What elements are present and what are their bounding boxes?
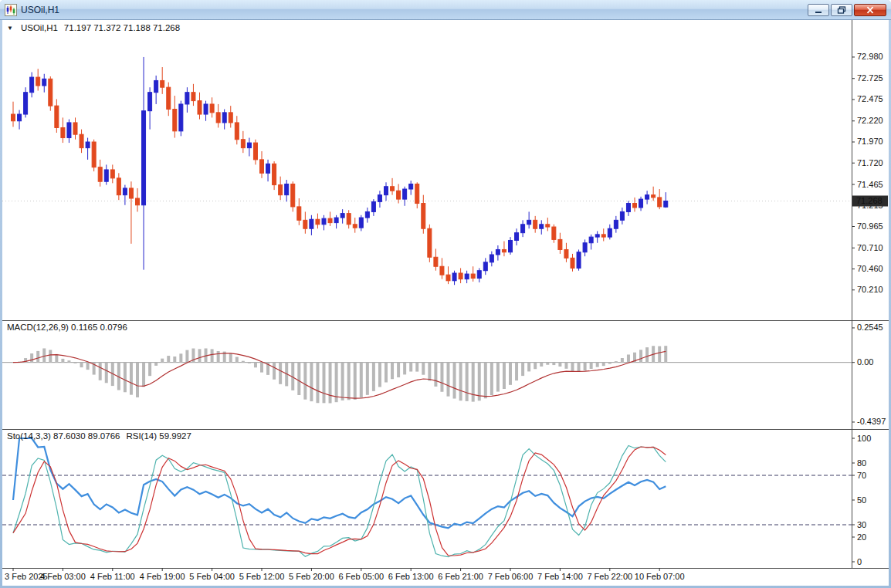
macd-axis-label: -0.4397 xyxy=(857,417,886,426)
chart-area[interactable]: 72.98072.72572.47572.22071.97071.72071.4… xyxy=(2,20,889,586)
candlestick xyxy=(564,249,568,258)
candlestick xyxy=(465,274,469,279)
candlestick xyxy=(589,237,593,243)
time-axis-label: 7 Feb 06:00 xyxy=(488,572,534,581)
stochastic-main-line xyxy=(13,446,666,557)
candlestick xyxy=(515,233,519,241)
price-axis[interactable]: 72.98072.72572.47572.22071.97071.72071.4… xyxy=(852,52,883,294)
time-axis-label: 5 Feb 20:00 xyxy=(289,572,334,581)
macd-axis-label: 0.2545 xyxy=(857,323,883,332)
sto-axis-label: 50 xyxy=(857,495,866,505)
sto-axis-label: 0 xyxy=(857,557,862,566)
candlestick xyxy=(521,225,525,233)
candlestick xyxy=(446,275,450,281)
candlestick xyxy=(24,93,28,114)
candlestick xyxy=(658,198,662,207)
candlestick xyxy=(123,188,127,195)
panel-separators xyxy=(2,20,889,569)
time-axis[interactable]: 3 Feb 20254 Feb 03:004 Feb 11:004 Feb 19… xyxy=(5,568,685,581)
sto-axis-label: 80 xyxy=(857,458,866,468)
candlestick xyxy=(167,87,171,109)
price-axis-label: 70.710 xyxy=(857,243,883,252)
time-axis-label: 6 Feb 21:00 xyxy=(438,572,483,581)
candlestick xyxy=(601,235,605,237)
window-titlebar[interactable]: USOil,H1 xyxy=(0,0,891,20)
symbol-period-label: USOil,H1 xyxy=(21,23,58,32)
candlestick xyxy=(191,93,195,101)
candlestick xyxy=(136,198,140,205)
candlestick xyxy=(639,199,643,208)
candlestick xyxy=(434,257,438,266)
candlestick xyxy=(148,93,152,111)
macd-signal-line xyxy=(13,351,666,398)
candlestick xyxy=(86,142,90,148)
candlestick xyxy=(142,111,146,205)
price-axis-label: 70.210 xyxy=(857,285,883,294)
candlestick xyxy=(477,271,481,279)
candlestick xyxy=(353,225,357,228)
sto-axis[interactable]: 10080705030200 xyxy=(852,434,871,566)
candlestick xyxy=(620,211,624,220)
candlestick xyxy=(273,164,276,184)
candlestick xyxy=(92,142,96,167)
candlestick xyxy=(291,184,295,206)
candlestick xyxy=(30,77,34,93)
close-button[interactable] xyxy=(854,4,886,16)
candlestick xyxy=(527,220,531,224)
candlestick xyxy=(253,143,257,160)
ohlc-label: 71.197 71.372 71.188 71.268 xyxy=(64,23,180,32)
candlestick xyxy=(626,204,630,212)
candlestick xyxy=(664,201,668,207)
candlestick xyxy=(577,252,581,269)
candlestick xyxy=(279,185,283,195)
macd-axis[interactable]: 0.25450.00-0.4397 xyxy=(852,323,886,426)
chart-canvas[interactable]: 72.98072.72572.47572.22071.97071.72071.4… xyxy=(2,20,889,586)
candlestick xyxy=(216,113,220,123)
candlestick xyxy=(98,167,102,182)
time-axis-label: 5 Feb 12:00 xyxy=(239,572,285,581)
candlestick xyxy=(571,258,574,268)
candlestick xyxy=(334,218,338,223)
candlestick xyxy=(173,110,177,131)
candlestick xyxy=(322,218,326,225)
minimize-button[interactable] xyxy=(808,4,829,16)
candlestick xyxy=(483,262,487,271)
candlestick xyxy=(49,79,53,106)
candlestick-series xyxy=(12,57,668,285)
candlestick xyxy=(55,106,59,127)
candlestick xyxy=(18,114,22,121)
candlestick xyxy=(12,114,15,121)
macd-indicator-label: MACD(12,26,9) 0.1165 0.0796 xyxy=(7,323,127,332)
stochastic-signal-line xyxy=(13,447,666,556)
restore-button[interactable] xyxy=(831,4,852,16)
price-axis-label: 72.220 xyxy=(857,116,883,125)
candlestick xyxy=(110,170,114,178)
price-axis-label: 72.980 xyxy=(857,52,883,61)
candlestick xyxy=(583,243,587,252)
sto-label: Sto(14,3,3) 87.6030 89.0766 xyxy=(7,431,120,441)
candlestick xyxy=(509,240,513,252)
window-title: USOil,H1 xyxy=(21,5,59,15)
price-axis-label: 72.725 xyxy=(857,73,883,83)
candlestick xyxy=(198,101,202,114)
time-axis-label: 7 Feb 22:00 xyxy=(587,572,632,581)
price-axis-label: 70.965 xyxy=(857,221,883,231)
app-window: USOil,H1 72.98072.72572.4757 xyxy=(0,0,891,588)
candlestick xyxy=(80,134,83,147)
candlestick xyxy=(496,249,500,255)
candlestick xyxy=(185,93,189,104)
candlestick xyxy=(459,273,462,279)
time-axis-label: 7 Feb 14:00 xyxy=(537,572,583,581)
sto-rsi-indicator-label: Sto(14,3,3) 87.6030 89.0766RSI(14) 59.99… xyxy=(7,431,191,441)
candlestick xyxy=(397,191,401,199)
candlestick xyxy=(595,235,599,237)
macd-histogram xyxy=(13,346,666,403)
candlestick xyxy=(552,227,556,239)
candlestick xyxy=(61,127,65,137)
time-axis-label: 6 Feb 13:00 xyxy=(388,572,434,581)
candlestick xyxy=(558,239,562,249)
candlestick xyxy=(241,140,245,148)
candlestick xyxy=(104,170,108,181)
candlestick xyxy=(614,220,618,228)
candlestick xyxy=(179,104,183,131)
